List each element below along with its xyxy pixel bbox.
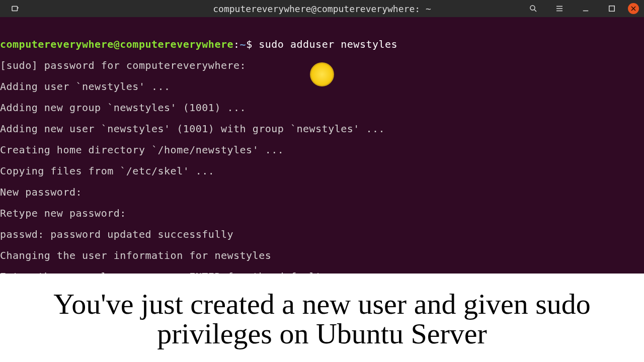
- terminal-output: Retype new password:: [0, 208, 644, 219]
- search-button[interactable]: [523, 2, 543, 16]
- svg-rect-2: [609, 6, 615, 12]
- terminal-output: Copying files from `/etc/skel' ...: [0, 166, 644, 176]
- terminal-output: Adding user `newstyles' ...: [0, 81, 644, 92]
- minimize-button[interactable]: [576, 2, 596, 16]
- terminal-output: New password:: [0, 187, 644, 198]
- terminal-output: Creating home directory `/home/newstyles…: [0, 145, 644, 155]
- svg-point-1: [530, 6, 535, 10]
- maximize-button[interactable]: [602, 2, 622, 16]
- new-tab-button[interactable]: [5, 2, 25, 16]
- terminal-output: passwd: password updated successfully: [0, 229, 644, 240]
- terminal-output: Adding new user `newstyles' (1001) with …: [0, 124, 644, 134]
- terminal-window: computereverywhere@computereverywhere: ~: [0, 0, 644, 362]
- terminal-output: Adding new group `newstyles' (1001) ...: [0, 103, 644, 113]
- svg-rect-0: [12, 7, 18, 11]
- close-button[interactable]: [628, 3, 639, 14]
- terminal-output: [sudo] password for computereverywhere:: [0, 60, 644, 71]
- terminal-output: Changing the user information for newsty…: [0, 250, 644, 261]
- terminal-area[interactable]: computereverywhere@computereverywhere:~$…: [0, 17, 644, 274]
- prompt-path: ~: [240, 38, 247, 50]
- tutorial-caption: You've just created a new user and given…: [0, 274, 644, 362]
- titlebar: computereverywhere@computereverywhere: ~: [0, 0, 644, 17]
- command-adduser: sudo adduser newstyles: [259, 38, 397, 50]
- caption-text: You've just created a new user and given…: [10, 289, 634, 348]
- hamburger-menu-button[interactable]: [549, 2, 570, 16]
- prompt-symbol: $: [246, 38, 253, 50]
- prompt-userhost: computereverywhere@computereverywhere: [0, 38, 233, 50]
- terminal-output: Enter the new value, or press ENTER for …: [0, 272, 644, 274]
